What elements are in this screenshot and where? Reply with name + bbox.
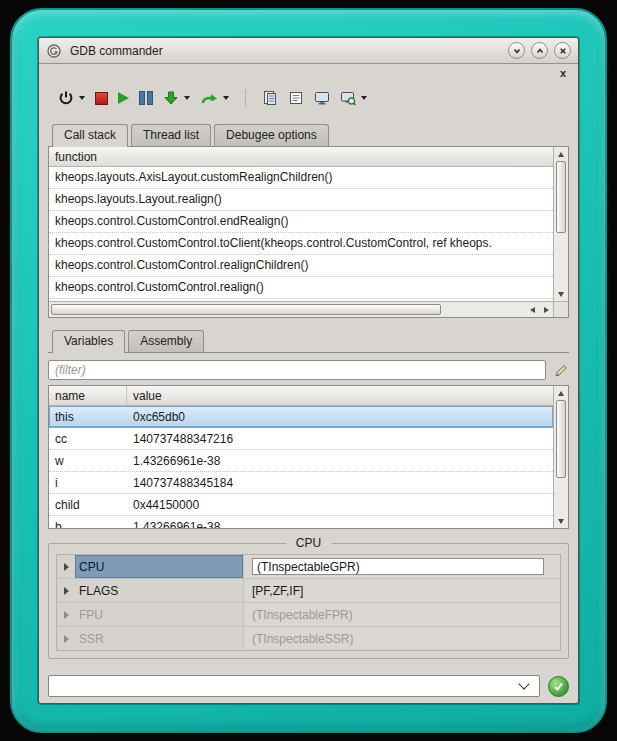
scroll-down-button[interactable] [554, 514, 568, 528]
step-button[interactable] [163, 90, 190, 106]
inspect-button[interactable] [340, 90, 367, 106]
tab-variables[interactable]: Variables [52, 330, 125, 353]
arrow-up-icon [558, 152, 564, 157]
cpu-groupbox-title: CPU [286, 536, 331, 550]
cpu-register-row[interactable]: FPU (TInspectableFPR) [57, 603, 560, 627]
scroll-right-button[interactable] [539, 302, 553, 317]
run-button[interactable] [118, 92, 129, 104]
registers-button[interactable] [262, 90, 278, 106]
scrollbar-thumb[interactable] [556, 161, 566, 233]
cpu-register-row[interactable]: SSR (TInspectableSSR) [57, 627, 560, 650]
variable-row[interactable]: w 1.43266961e-38 [49, 450, 553, 472]
tab-debugee-options[interactable]: Debugee options [214, 124, 329, 146]
vertical-scrollbar[interactable] [553, 386, 568, 528]
arrow-down-icon [163, 90, 179, 106]
arrow-right-icon [544, 307, 549, 313]
expander-icon[interactable] [64, 587, 69, 595]
dropdown-arrow-icon [79, 96, 85, 100]
power-icon [58, 90, 74, 106]
call-stack-row[interactable]: kheops.layouts.Layout.realign() [49, 189, 553, 211]
monitor-search-icon [340, 90, 356, 106]
register-value-editor[interactable] [252, 558, 544, 575]
register-group-value: (TInspectableFPR) [243, 603, 560, 626]
scroll-up-button[interactable] [554, 147, 568, 161]
client-area: x [39, 64, 578, 703]
cpu-view-button[interactable] [314, 90, 330, 106]
name-column-header[interactable]: name [49, 386, 127, 406]
scrollbar-track[interactable] [554, 161, 568, 287]
filter-pen-icon[interactable] [553, 363, 568, 378]
variable-row[interactable]: b 1.43266961e-38 [49, 516, 553, 528]
vertical-scrollbar[interactable] [553, 147, 568, 301]
variable-row[interactable]: child 0x44150000 [49, 494, 553, 516]
expander-icon[interactable] [64, 635, 69, 643]
variable-value: 1.43266961e-38 [127, 454, 553, 468]
shade-button[interactable] [508, 42, 525, 59]
window-title: GDB commander [68, 44, 502, 58]
tab-call-stack[interactable]: Call stack [52, 124, 128, 147]
variables-list: this 0xc65db0 cc 140737488347216 w 1.432… [49, 406, 553, 528]
call-stack-row[interactable]: kheops.control.CustomControl.realignChil… [49, 255, 553, 277]
titlebar[interactable]: GDB commander [39, 38, 578, 64]
command-combobox[interactable] [48, 675, 540, 697]
dock-close-button[interactable]: x [557, 68, 569, 79]
call-stack-row[interactable]: kheops.layouts.AxisLayout.customRealignC… [49, 167, 553, 189]
arrow-up-icon [558, 391, 564, 396]
cpu-register-row[interactable]: CPU [57, 555, 560, 579]
cpu-groupbox: CPU CPU FLAGS [PF,ZF,IF] [48, 543, 569, 659]
step-over-button[interactable] [200, 91, 229, 106]
stop-button[interactable] [95, 92, 108, 105]
function-column-header[interactable]: function [49, 147, 553, 167]
maximize-button[interactable] [531, 42, 548, 59]
variable-row[interactable]: cc 140737488347216 [49, 428, 553, 450]
execute-button[interactable] [548, 676, 569, 697]
variable-value: 0x44150000 [127, 498, 553, 512]
scroll-down-button[interactable] [554, 287, 568, 301]
register-group-name: SSR [75, 627, 243, 650]
scroll-left-button[interactable] [525, 302, 539, 317]
variable-value: 0xc65db0 [127, 410, 553, 424]
inspector-tabbar: Variables Assembly [48, 330, 569, 353]
power-button[interactable] [58, 90, 85, 106]
dock-header: x [48, 66, 569, 80]
scroll-up-button[interactable] [554, 386, 568, 400]
filter-row [48, 360, 569, 380]
call-stack-list: kheops.layouts.AxisLayout.customRealignC… [49, 167, 553, 301]
expander-icon[interactable] [64, 611, 69, 619]
arrow-down-icon [558, 292, 564, 297]
variable-name: child [49, 498, 127, 512]
expander-icon[interactable] [64, 563, 69, 571]
variables-header: name value [49, 386, 553, 406]
desktop: GDB commander x [0, 0, 617, 741]
variable-name: this [49, 410, 127, 424]
call-stack-row[interactable]: kheops.control.CustomControl.toClient(kh… [49, 233, 553, 255]
scrollbar-track[interactable] [554, 400, 568, 514]
combo-dropdown-icon[interactable] [518, 678, 529, 689]
call-stack-row[interactable]: kheops.control.CustomControl.realign() [49, 277, 553, 299]
scrollbar-track[interactable] [441, 302, 525, 317]
call-stack-panel: function kheops.layouts.AxisLayout.custo… [48, 147, 569, 318]
window-frame: GDB commander x [10, 8, 607, 733]
value-column-header[interactable]: value [127, 386, 553, 406]
horizontal-scrollbar[interactable] [49, 301, 553, 317]
filter-input[interactable] [48, 360, 546, 380]
output-button[interactable] [288, 90, 304, 106]
variable-row[interactable]: this 0xc65db0 [49, 406, 553, 428]
call-stack-row[interactable]: kheops.control.CustomControl.endRealign(… [49, 211, 553, 233]
variable-name: cc [49, 432, 127, 446]
variable-row[interactable]: i 140737488345184 [49, 472, 553, 494]
variable-name: i [49, 476, 127, 490]
cpu-register-row[interactable]: FLAGS [PF,ZF,IF] [57, 579, 560, 603]
variable-value: 140737488345184 [127, 476, 553, 490]
command-bar [48, 675, 569, 697]
scrollbar-thumb[interactable] [556, 400, 566, 478]
close-button[interactable] [554, 42, 571, 59]
tab-thread-list[interactable]: Thread list [131, 124, 211, 146]
check-icon [552, 680, 565, 693]
tab-assembly[interactable]: Assembly [128, 330, 204, 352]
scrollbar-thumb[interactable] [51, 304, 441, 315]
register-group-value: [PF,ZF,IF] [243, 579, 560, 602]
command-input[interactable] [49, 679, 516, 693]
arrow-left-icon [530, 307, 535, 313]
pause-button[interactable] [139, 91, 153, 105]
